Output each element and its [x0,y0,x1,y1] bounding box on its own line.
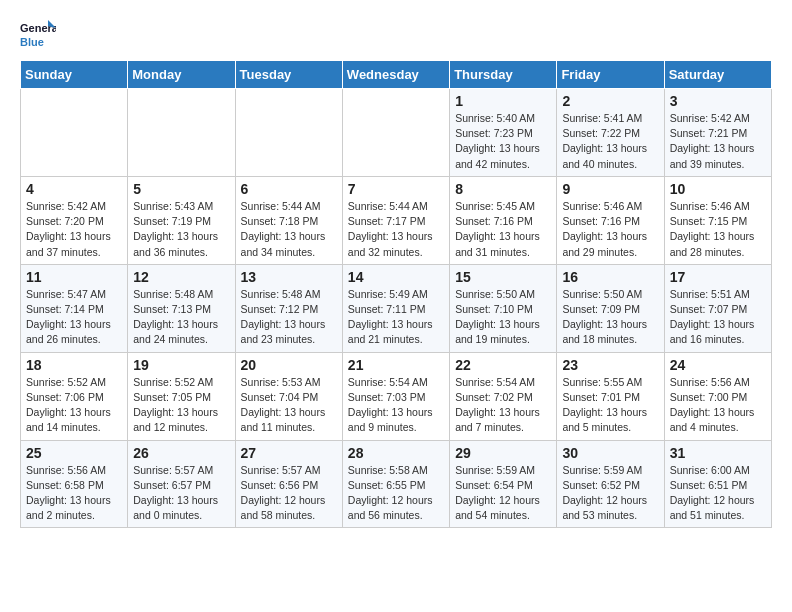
logo: General Blue [20,16,56,52]
week-row-1: 1Sunrise: 5:40 AM Sunset: 7:23 PM Daylig… [21,89,772,177]
day-number: 11 [26,269,122,285]
week-row-2: 4Sunrise: 5:42 AM Sunset: 7:20 PM Daylig… [21,176,772,264]
day-number: 29 [455,445,551,461]
calendar-cell: 10Sunrise: 5:46 AM Sunset: 7:15 PM Dayli… [664,176,771,264]
day-detail: Sunrise: 5:51 AM Sunset: 7:07 PM Dayligh… [670,287,766,348]
day-detail: Sunrise: 5:46 AM Sunset: 7:15 PM Dayligh… [670,199,766,260]
day-detail: Sunrise: 5:56 AM Sunset: 6:58 PM Dayligh… [26,463,122,524]
weekday-header-sunday: Sunday [21,61,128,89]
calendar-cell: 11Sunrise: 5:47 AM Sunset: 7:14 PM Dayli… [21,264,128,352]
day-number: 13 [241,269,337,285]
day-number: 16 [562,269,658,285]
day-detail: Sunrise: 5:43 AM Sunset: 7:19 PM Dayligh… [133,199,229,260]
day-detail: Sunrise: 5:41 AM Sunset: 7:22 PM Dayligh… [562,111,658,172]
day-number: 28 [348,445,444,461]
calendar-cell: 6Sunrise: 5:44 AM Sunset: 7:18 PM Daylig… [235,176,342,264]
calendar-cell: 3Sunrise: 5:42 AM Sunset: 7:21 PM Daylig… [664,89,771,177]
day-number: 14 [348,269,444,285]
day-detail: Sunrise: 5:58 AM Sunset: 6:55 PM Dayligh… [348,463,444,524]
weekday-header-tuesday: Tuesday [235,61,342,89]
day-number: 6 [241,181,337,197]
day-detail: Sunrise: 5:56 AM Sunset: 7:00 PM Dayligh… [670,375,766,436]
calendar-cell: 15Sunrise: 5:50 AM Sunset: 7:10 PM Dayli… [450,264,557,352]
day-detail: Sunrise: 5:42 AM Sunset: 7:21 PM Dayligh… [670,111,766,172]
calendar-table: SundayMondayTuesdayWednesdayThursdayFrid… [20,60,772,528]
day-number: 21 [348,357,444,373]
calendar-cell: 31Sunrise: 6:00 AM Sunset: 6:51 PM Dayli… [664,440,771,528]
day-number: 1 [455,93,551,109]
calendar-cell: 4Sunrise: 5:42 AM Sunset: 7:20 PM Daylig… [21,176,128,264]
day-detail: Sunrise: 5:45 AM Sunset: 7:16 PM Dayligh… [455,199,551,260]
day-number: 22 [455,357,551,373]
day-detail: Sunrise: 5:47 AM Sunset: 7:14 PM Dayligh… [26,287,122,348]
day-number: 26 [133,445,229,461]
page-header: General Blue [20,16,772,52]
calendar-cell: 9Sunrise: 5:46 AM Sunset: 7:16 PM Daylig… [557,176,664,264]
calendar-cell: 5Sunrise: 5:43 AM Sunset: 7:19 PM Daylig… [128,176,235,264]
logo-svg: General Blue [20,16,56,52]
day-number: 23 [562,357,658,373]
calendar-cell: 25Sunrise: 5:56 AM Sunset: 6:58 PM Dayli… [21,440,128,528]
calendar-cell: 20Sunrise: 5:53 AM Sunset: 7:04 PM Dayli… [235,352,342,440]
calendar-cell: 8Sunrise: 5:45 AM Sunset: 7:16 PM Daylig… [450,176,557,264]
svg-text:Blue: Blue [20,36,44,48]
day-detail: Sunrise: 5:50 AM Sunset: 7:10 PM Dayligh… [455,287,551,348]
day-number: 24 [670,357,766,373]
week-row-3: 11Sunrise: 5:47 AM Sunset: 7:14 PM Dayli… [21,264,772,352]
weekday-header-thursday: Thursday [450,61,557,89]
day-number: 9 [562,181,658,197]
day-detail: Sunrise: 5:59 AM Sunset: 6:54 PM Dayligh… [455,463,551,524]
day-number: 31 [670,445,766,461]
calendar-cell [235,89,342,177]
calendar-cell: 22Sunrise: 5:54 AM Sunset: 7:02 PM Dayli… [450,352,557,440]
calendar-cell: 1Sunrise: 5:40 AM Sunset: 7:23 PM Daylig… [450,89,557,177]
day-number: 15 [455,269,551,285]
week-row-5: 25Sunrise: 5:56 AM Sunset: 6:58 PM Dayli… [21,440,772,528]
day-number: 3 [670,93,766,109]
calendar-cell: 14Sunrise: 5:49 AM Sunset: 7:11 PM Dayli… [342,264,449,352]
day-number: 19 [133,357,229,373]
calendar-cell: 23Sunrise: 5:55 AM Sunset: 7:01 PM Dayli… [557,352,664,440]
day-detail: Sunrise: 5:40 AM Sunset: 7:23 PM Dayligh… [455,111,551,172]
day-detail: Sunrise: 6:00 AM Sunset: 6:51 PM Dayligh… [670,463,766,524]
day-detail: Sunrise: 5:49 AM Sunset: 7:11 PM Dayligh… [348,287,444,348]
calendar-cell [342,89,449,177]
calendar-cell [21,89,128,177]
calendar-cell: 12Sunrise: 5:48 AM Sunset: 7:13 PM Dayli… [128,264,235,352]
calendar-cell: 27Sunrise: 5:57 AM Sunset: 6:56 PM Dayli… [235,440,342,528]
weekday-header-row: SundayMondayTuesdayWednesdayThursdayFrid… [21,61,772,89]
day-detail: Sunrise: 5:57 AM Sunset: 6:57 PM Dayligh… [133,463,229,524]
calendar-cell: 2Sunrise: 5:41 AM Sunset: 7:22 PM Daylig… [557,89,664,177]
calendar-cell: 16Sunrise: 5:50 AM Sunset: 7:09 PM Dayli… [557,264,664,352]
weekday-header-friday: Friday [557,61,664,89]
day-detail: Sunrise: 5:54 AM Sunset: 7:02 PM Dayligh… [455,375,551,436]
day-number: 2 [562,93,658,109]
calendar-cell: 26Sunrise: 5:57 AM Sunset: 6:57 PM Dayli… [128,440,235,528]
day-detail: Sunrise: 5:59 AM Sunset: 6:52 PM Dayligh… [562,463,658,524]
calendar-cell: 18Sunrise: 5:52 AM Sunset: 7:06 PM Dayli… [21,352,128,440]
day-detail: Sunrise: 5:48 AM Sunset: 7:13 PM Dayligh… [133,287,229,348]
calendar-cell: 28Sunrise: 5:58 AM Sunset: 6:55 PM Dayli… [342,440,449,528]
day-number: 7 [348,181,444,197]
day-detail: Sunrise: 5:50 AM Sunset: 7:09 PM Dayligh… [562,287,658,348]
calendar-cell: 7Sunrise: 5:44 AM Sunset: 7:17 PM Daylig… [342,176,449,264]
day-number: 18 [26,357,122,373]
day-number: 27 [241,445,337,461]
day-detail: Sunrise: 5:53 AM Sunset: 7:04 PM Dayligh… [241,375,337,436]
day-detail: Sunrise: 5:54 AM Sunset: 7:03 PM Dayligh… [348,375,444,436]
calendar-cell [128,89,235,177]
day-detail: Sunrise: 5:42 AM Sunset: 7:20 PM Dayligh… [26,199,122,260]
calendar-cell: 13Sunrise: 5:48 AM Sunset: 7:12 PM Dayli… [235,264,342,352]
calendar-cell: 19Sunrise: 5:52 AM Sunset: 7:05 PM Dayli… [128,352,235,440]
calendar-cell: 21Sunrise: 5:54 AM Sunset: 7:03 PM Dayli… [342,352,449,440]
weekday-header-wednesday: Wednesday [342,61,449,89]
day-number: 4 [26,181,122,197]
calendar-cell: 24Sunrise: 5:56 AM Sunset: 7:00 PM Dayli… [664,352,771,440]
day-detail: Sunrise: 5:55 AM Sunset: 7:01 PM Dayligh… [562,375,658,436]
calendar-cell: 17Sunrise: 5:51 AM Sunset: 7:07 PM Dayli… [664,264,771,352]
day-number: 30 [562,445,658,461]
day-detail: Sunrise: 5:44 AM Sunset: 7:17 PM Dayligh… [348,199,444,260]
day-number: 10 [670,181,766,197]
weekday-header-saturday: Saturday [664,61,771,89]
day-detail: Sunrise: 5:48 AM Sunset: 7:12 PM Dayligh… [241,287,337,348]
